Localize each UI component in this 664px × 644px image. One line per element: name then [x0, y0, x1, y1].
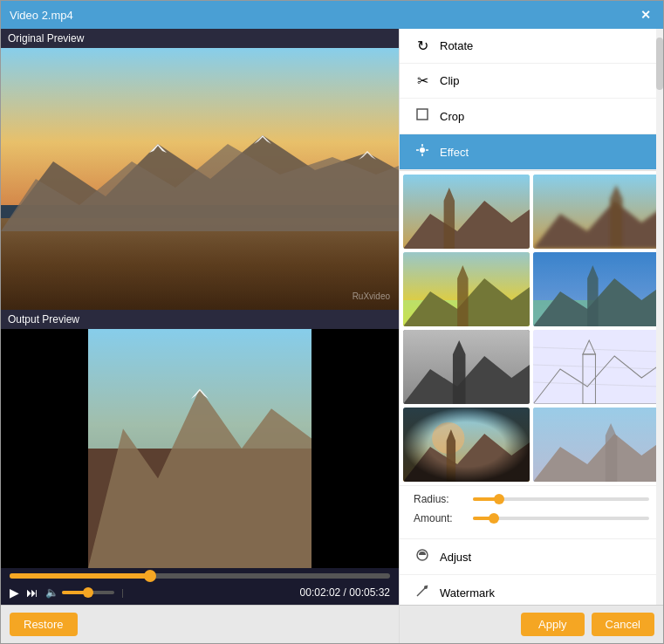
adjust-label: Adjust [440, 551, 471, 564]
effect-thumb-5[interactable] [533, 330, 660, 404]
amount-slider-row: Amount: [414, 512, 649, 524]
rotate-icon: ↻ [414, 38, 431, 54]
black-bar-left [1, 329, 88, 568]
watermark-icon [414, 584, 431, 601]
svg-rect-21 [610, 199, 623, 249]
crop-icon-svg [415, 107, 429, 121]
step-forward-button[interactable]: ⏭ [26, 586, 38, 599]
right-panel-inner: ↻ Rotate ✂ Clip Crop [400, 29, 663, 643]
effect-thumb-4[interactable] [403, 330, 530, 404]
time-total: 00:05:32 [349, 586, 390, 599]
bottom-actions: Apply Cancel [400, 605, 663, 643]
scrollbar-thumb [656, 38, 663, 90]
effects-grid [400, 171, 663, 485]
original-video-frame: RuXvideo [1, 48, 399, 310]
output-mountains-svg [88, 329, 311, 568]
watermark-label: Watermark [440, 586, 495, 599]
effect-thumb-1[interactable] [533, 175, 660, 249]
svg-rect-37 [453, 354, 466, 404]
left-bottom-bar: Restore [1, 605, 399, 643]
window-title: Video 2.mp4 [10, 9, 73, 22]
effect-preview-0 [403, 175, 530, 249]
effect-preview-3 [533, 252, 660, 326]
time-display: 00:02:02 / 00:05:32 [300, 586, 390, 599]
menu-item-effect[interactable]: Effect [400, 134, 663, 170]
svg-rect-9 [417, 109, 428, 120]
menu-item-crop[interactable]: Crop [400, 99, 663, 134]
svg-rect-17 [444, 201, 455, 249]
crop-icon [414, 107, 431, 125]
amount-label: Amount: [414, 512, 466, 524]
scrollbar[interactable] [656, 29, 663, 643]
volume-section: 🔈 [45, 586, 114, 599]
svg-rect-28 [403, 252, 530, 326]
play-button[interactable]: ▶ [10, 586, 19, 599]
watermark: RuXvideo [353, 291, 390, 301]
effect-thumb-6[interactable] [403, 408, 530, 482]
effect-thumb-7[interactable] [533, 408, 660, 482]
radius-slider-row: Radius: [414, 493, 649, 505]
watermark-icon-svg [415, 584, 429, 598]
time-separator: / [340, 586, 349, 599]
content-area: Original Preview RuXvideo [1, 29, 663, 643]
effect-preview-5 [533, 330, 660, 404]
effect-preview-7 [533, 408, 660, 482]
svg-rect-56 [533, 408, 660, 482]
left-panel: Original Preview RuXvideo [1, 29, 399, 643]
svg-point-10 [420, 147, 425, 153]
radius-thumb [494, 494, 504, 504]
effect-thumb-0[interactable] [403, 175, 530, 249]
controls-bar: ▶ ⏭ 🔈 | 00:02:02 / 00:05: [1, 568, 399, 605]
volume-progress [62, 591, 88, 594]
effect-label: Effect [440, 146, 469, 159]
amount-fill [473, 517, 494, 520]
svg-rect-51 [403, 408, 530, 482]
sliders-section: Radius: Amount: [400, 485, 663, 538]
radius-fill [473, 497, 499, 501]
mountains-svg [1, 127, 399, 231]
crop-label: Crop [440, 110, 464, 123]
close-button[interactable]: ✕ [637, 6, 654, 24]
restore-button[interactable]: Restore [10, 613, 78, 636]
black-bar-right [311, 329, 399, 568]
amount-slider[interactable] [473, 517, 649, 520]
effect-icon [414, 143, 431, 161]
radius-label: Radius: [414, 493, 466, 505]
volume-slider[interactable] [62, 591, 114, 594]
svg-point-59 [424, 586, 428, 589]
effect-thumb-3[interactable] [533, 252, 660, 326]
svg-rect-34 [533, 252, 660, 326]
apply-button[interactable]: Apply [521, 613, 585, 636]
menu-item-rotate[interactable]: ↻ Rotate [400, 29, 663, 64]
menu-item-clip[interactable]: ✂ Clip [400, 64, 663, 99]
right-panel: ↻ Rotate ✂ Clip Crop [399, 29, 663, 643]
effect-preview-4 [403, 330, 530, 404]
effect-preview-1 [533, 175, 660, 249]
bottom-menu: Adjust Watermark [400, 538, 663, 611]
seek-bar[interactable] [10, 573, 390, 579]
cancel-button[interactable]: Cancel [592, 613, 654, 636]
adjust-icon-svg [415, 548, 429, 562]
ground [1, 218, 399, 310]
amount-thumb [489, 513, 499, 524]
playback-controls: ▶ ⏭ 🔈 | 00:02:02 / 00:05: [10, 586, 390, 599]
radius-slider[interactable] [473, 497, 649, 501]
output-preview-label: Output Preview [1, 310, 399, 329]
menu-items: ↻ Rotate ✂ Clip Crop [400, 29, 663, 171]
time-current: 00:02:02 [300, 586, 341, 599]
output-video-frame [1, 329, 399, 568]
original-preview: RuXvideo [1, 48, 399, 310]
seek-thumb [144, 570, 156, 582]
effect-thumb-2[interactable] [403, 252, 530, 326]
menu-item-adjust[interactable]: Adjust [400, 539, 663, 575]
clip-label: Clip [440, 74, 459, 87]
adjust-icon [414, 548, 431, 565]
seek-progress [10, 573, 150, 579]
volume-icon: 🔈 [45, 586, 58, 599]
effect-preview-2 [403, 252, 530, 326]
clip-icon: ✂ [414, 72, 431, 89]
original-preview-label: Original Preview [1, 29, 399, 48]
volume-separator: | [121, 587, 124, 598]
main-window: Video 2.mp4 ✕ Original Preview [0, 0, 664, 644]
title-bar: Video 2.mp4 ✕ [1, 1, 663, 29]
